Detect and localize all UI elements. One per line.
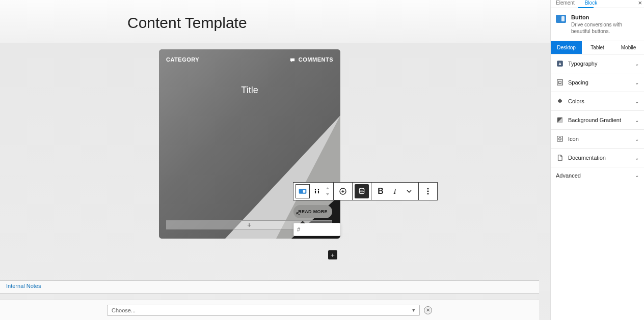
panel-advanced[interactable]: Advanced ⌄ xyxy=(551,167,644,184)
chevron-down-icon: ⌄ xyxy=(635,61,639,67)
select-caret-icon: ▾ xyxy=(412,307,415,313)
chevron-down-icon: ⌄ xyxy=(635,99,639,104)
settings-sidebar: Element Block × Button Drive conversions… xyxy=(550,0,644,320)
svg-rect-21 xyxy=(557,136,563,142)
panel-spacing[interactable]: Spacing ⌄ xyxy=(551,73,644,92)
device-tabs: Desktop Tablet Mobile xyxy=(551,41,644,54)
device-desktop[interactable]: Desktop xyxy=(551,41,582,54)
tab-block[interactable]: Block xyxy=(580,0,602,8)
dynamic-data-button[interactable] xyxy=(355,184,369,198)
editor-canvas: Content Template CATEGORY COMMENTS Title… xyxy=(0,0,550,320)
svg-rect-19 xyxy=(559,81,561,84)
chevron-down-icon xyxy=(407,190,412,193)
plus-icon: + xyxy=(247,221,251,229)
panel-documentation[interactable]: Documentation ⌄ xyxy=(551,149,644,167)
button-block-icon xyxy=(299,188,307,194)
documentation-icon xyxy=(556,154,564,162)
comments-link[interactable]: COMMENTS xyxy=(289,56,333,63)
svg-point-10 xyxy=(318,191,319,192)
plus-icon: + xyxy=(331,251,335,259)
clear-button[interactable]: ✕ xyxy=(424,306,432,314)
svg-point-12 xyxy=(359,188,364,190)
move-arrows[interactable] xyxy=(324,184,331,198)
svg-point-7 xyxy=(315,192,316,193)
device-mobile[interactable]: Mobile xyxy=(613,41,644,54)
url-input[interactable]: # xyxy=(297,226,300,232)
panel-colors[interactable]: Colors ⌄ xyxy=(551,92,644,111)
drag-handle[interactable] xyxy=(310,184,324,198)
chevron-down-icon: ⌄ xyxy=(635,136,639,142)
svg-point-9 xyxy=(315,191,316,192)
bold-button[interactable]: B xyxy=(373,184,388,198)
colors-icon xyxy=(556,97,564,105)
plus-circle-icon xyxy=(339,187,347,195)
block-info: Button Drive conversions with beautiful … xyxy=(551,8,644,41)
svg-point-22 xyxy=(559,138,561,140)
panel-background-gradient[interactable]: Background Gradient ⌄ xyxy=(551,111,644,130)
tab-element[interactable]: Element xyxy=(551,0,580,8)
gradient-icon xyxy=(556,116,564,124)
panel-typography[interactable]: A Typography ⌄ xyxy=(551,54,644,73)
drag-icon xyxy=(314,188,320,194)
svg-point-5 xyxy=(315,189,316,190)
button-block-icon xyxy=(556,15,566,23)
category-label[interactable]: CATEGORY xyxy=(166,56,199,63)
svg-text:A: A xyxy=(558,62,561,66)
italic-button[interactable]: I xyxy=(388,184,402,198)
close-sidebar-button[interactable]: × xyxy=(638,0,642,7)
choose-select[interactable]: Choose... ▾ xyxy=(107,305,420,316)
svg-point-14 xyxy=(427,191,429,192)
page-title: Content Template xyxy=(127,14,247,32)
svg-point-13 xyxy=(427,188,429,190)
bottom-row: Choose... ▾ ✕ xyxy=(0,300,539,320)
add-button[interactable] xyxy=(336,184,350,198)
kebab-icon xyxy=(427,188,429,195)
x-icon: ✕ xyxy=(426,307,430,313)
comments-label: COMMENTS xyxy=(299,56,333,63)
svg-rect-18 xyxy=(557,80,563,85)
chevron-down-icon: ⌄ xyxy=(635,80,639,85)
block-description: Drive conversions with beautiful buttons… xyxy=(571,21,639,35)
tab-underline xyxy=(578,7,594,8)
more-formatting-button[interactable] xyxy=(402,184,416,198)
sidebar-tabs: Element Block × xyxy=(551,0,644,8)
footer-bar: Internal Notes xyxy=(0,280,539,294)
choose-placeholder: Choose... xyxy=(112,307,136,313)
database-icon xyxy=(358,188,365,195)
internal-notes-link[interactable]: Internal Notes xyxy=(6,283,41,289)
svg-rect-4 xyxy=(303,190,306,192)
chevron-down-icon: ⌄ xyxy=(635,172,639,179)
block-toolbar: B I xyxy=(293,182,438,200)
block-type-button[interactable] xyxy=(296,184,310,198)
add-block-button[interactable]: + xyxy=(328,250,337,259)
svg-point-8 xyxy=(318,192,319,193)
icon-icon xyxy=(556,135,564,143)
device-tablet[interactable]: Tablet xyxy=(582,41,613,54)
svg-point-15 xyxy=(427,193,429,195)
chevron-down-icon: ⌄ xyxy=(635,118,639,123)
panel-icon[interactable]: Icon ⌄ xyxy=(551,130,644,149)
url-popover[interactable]: # xyxy=(293,223,340,236)
options-button[interactable] xyxy=(421,184,435,198)
svg-point-6 xyxy=(318,189,319,190)
up-down-icon xyxy=(325,187,330,196)
card-title[interactable]: Title xyxy=(159,85,340,96)
comment-icon xyxy=(289,57,296,63)
typography-icon: A xyxy=(556,60,564,68)
block-name: Button xyxy=(571,14,639,20)
chevron-down-icon: ⌄ xyxy=(635,155,639,161)
spacing-icon xyxy=(556,78,564,86)
